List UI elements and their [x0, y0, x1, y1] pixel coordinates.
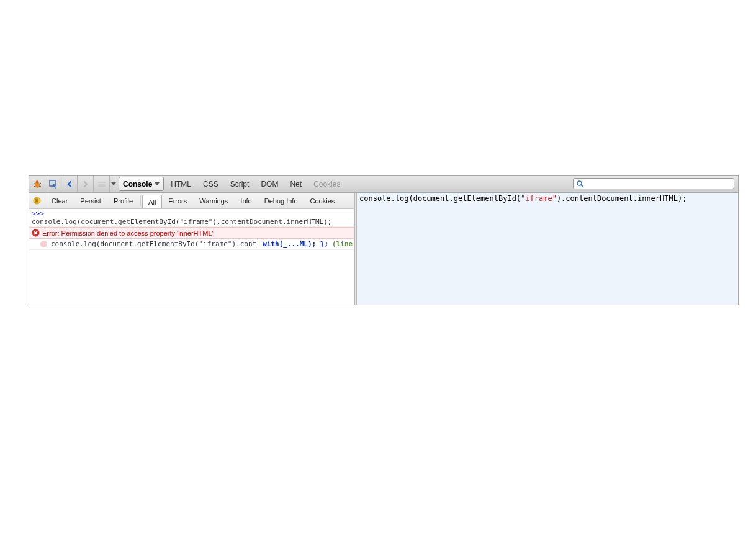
command-code: console.log(document.getElementById("ifr…: [32, 218, 331, 226]
tab-label: Cookies: [313, 180, 340, 189]
svg-line-5: [39, 186, 41, 187]
svg-line-4: [34, 186, 35, 187]
tab-label: Console: [123, 180, 152, 189]
prompt: >>>: [32, 210, 44, 218]
svg-point-1: [35, 180, 38, 183]
tab-label: Net: [290, 180, 302, 189]
toolbar-spacer: [346, 176, 570, 192]
clear-button[interactable]: Clear: [45, 193, 74, 208]
console-toolbar: Clear Persist Profile All Errors Warning…: [29, 193, 354, 209]
svg-point-12: [34, 197, 40, 204]
chevron-left-icon: [66, 180, 73, 188]
back-button[interactable]: [61, 176, 78, 192]
break-on-error-button[interactable]: [29, 193, 45, 208]
tab-console[interactable]: Console: [119, 177, 164, 191]
panel-body: Clear Persist Profile All Errors Warning…: [29, 193, 738, 305]
toolbar-separator: [94, 176, 110, 192]
inspect-icon: [48, 179, 58, 189]
caret-down-icon: [155, 182, 160, 185]
panel-list-dropdown[interactable]: [110, 176, 117, 192]
pause-on-error-icon: [32, 196, 42, 205]
command-row[interactable]: >>> console.log(document.getElementById(…: [29, 209, 354, 227]
error-icon: [32, 229, 40, 237]
tab-label: HTML: [171, 180, 191, 189]
trace-source: with(_...ML); };: [263, 240, 328, 248]
tab-script[interactable]: Script: [225, 176, 256, 192]
forward-button[interactable]: [78, 176, 94, 192]
chevron-right-icon: [82, 180, 89, 188]
firebug-panel: Console HTML CSS Script DOM Net Cookies: [29, 175, 739, 305]
tab-net[interactable]: Net: [284, 176, 308, 192]
filter-errors[interactable]: Errors: [162, 193, 193, 208]
divider: [140, 195, 141, 206]
tab-css[interactable]: CSS: [197, 176, 225, 192]
filter-warnings[interactable]: Warnings: [193, 193, 234, 208]
filter-cookies[interactable]: Cookies: [304, 193, 341, 208]
main-toolbar: Console HTML CSS Script DOM Net Cookies: [29, 176, 738, 193]
filter-info[interactable]: Info: [234, 193, 258, 208]
trace-line-number: (line 2): [332, 240, 354, 248]
search-box[interactable]: [573, 178, 734, 189]
tab-html[interactable]: HTML: [165, 176, 197, 192]
editor-line: console.log(document.getElementById("ifr…: [359, 194, 686, 203]
bug-icon: [32, 179, 42, 189]
search-icon: [576, 180, 584, 188]
trace-dot-icon: [40, 241, 47, 247]
stack-trace-row[interactable]: console.log(document.getElementById("ifr…: [29, 239, 354, 250]
persist-button[interactable]: Persist: [74, 193, 107, 208]
tab-cookies[interactable]: Cookies: [308, 176, 346, 192]
filter-debug-info[interactable]: Debug Info: [258, 193, 304, 208]
inspect-button[interactable]: [45, 176, 61, 192]
error-row[interactable]: Error: Permission denied to access prope…: [29, 227, 354, 239]
svg-rect-14: [37, 199, 38, 203]
svg-line-11: [581, 185, 583, 187]
filter-all[interactable]: All: [142, 195, 162, 208]
error-message: Error: Permission denied to access prope…: [42, 229, 214, 237]
caret-down-icon: [111, 182, 116, 185]
svg-rect-13: [35, 199, 37, 203]
firebug-icon-button[interactable]: [29, 176, 45, 192]
console-output: >>> console.log(document.getElementById(…: [29, 209, 354, 305]
command-editor[interactable]: console.log(document.getElementById("ifr…: [357, 193, 738, 305]
tab-label: DOM: [261, 180, 278, 189]
profile-button[interactable]: Profile: [107, 193, 139, 208]
search-input[interactable]: [587, 180, 734, 187]
console-pane: Clear Persist Profile All Errors Warning…: [29, 193, 354, 305]
tab-label: CSS: [203, 180, 218, 189]
trace-code: console.log(document.getElementById("ifr…: [51, 240, 256, 248]
tab-dom[interactable]: DOM: [255, 176, 284, 192]
tab-label: Script: [230, 180, 250, 189]
